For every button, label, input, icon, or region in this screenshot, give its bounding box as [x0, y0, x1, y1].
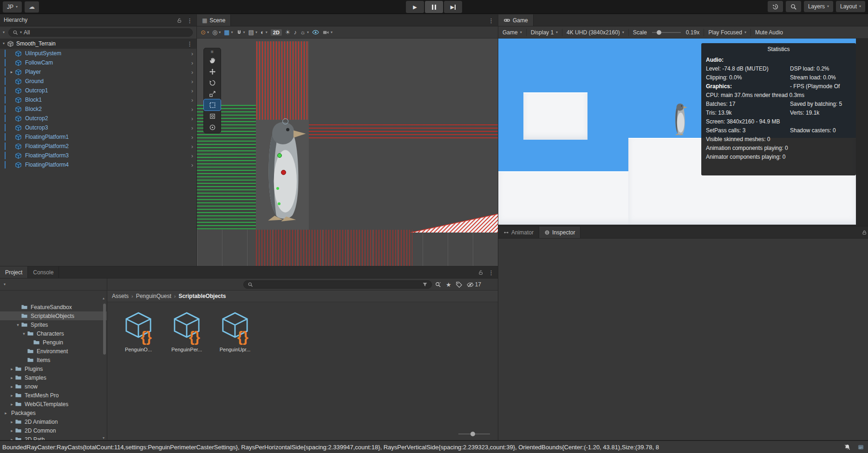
- layout-dropdown[interactable]: Layout ▾: [836, 1, 865, 12]
- tab-animator[interactable]: Animator: [498, 226, 539, 238]
- breadcrumb-assets[interactable]: Assets: [112, 293, 129, 299]
- tree-item-penguin[interactable]: Penguin: [0, 338, 107, 347]
- hierarchy-item-floatingplatform3[interactable]: FloatingPlatform3›: [0, 151, 196, 160]
- asset-tile[interactable]: {}PenguinUpr...: [215, 310, 255, 352]
- unlock-icon[interactable]: [176, 18, 182, 23]
- tab-inspector[interactable]: Inspector: [539, 226, 581, 238]
- project-content-area[interactable]: {}PenguinO...{}PenguinPer...{}PenguinUpr…: [107, 302, 498, 440]
- open-prefab-chevron[interactable]: ›: [191, 59, 193, 66]
- scrollbar-thumb[interactable]: [103, 304, 106, 355]
- project-search-input[interactable]: [243, 280, 432, 289]
- tree-item-2d-common[interactable]: ▸2D Common: [0, 426, 107, 435]
- draw-mode-dropdown[interactable]: ◐▾: [261, 29, 268, 35]
- tool-settings-dropdown[interactable]: ⊙▾: [201, 29, 209, 35]
- transform-tool[interactable]: [204, 110, 221, 122]
- rotate-tool[interactable]: [204, 77, 221, 88]
- scene-viewport[interactable]: ≡: [197, 39, 498, 266]
- hierarchy-item-player[interactable]: ▸Player›: [0, 67, 196, 77]
- open-prefab-chevron[interactable]: ›: [191, 124, 193, 131]
- tree-expand-arrow[interactable]: ▸: [9, 384, 15, 389]
- breadcrumb-current[interactable]: ScriptableObjects: [178, 293, 226, 299]
- open-prefab-chevron[interactable]: ›: [191, 143, 193, 150]
- asset-tile[interactable]: {}PenguinPer...: [167, 310, 207, 352]
- asset-tile[interactable]: {}PenguinO...: [118, 310, 158, 352]
- search-by-type-icon[interactable]: [435, 281, 442, 288]
- open-prefab-chevron[interactable]: ›: [191, 134, 193, 141]
- 2d-mode-toggle[interactable]: 2D: [271, 29, 282, 36]
- scroll-down-arrow[interactable]: ▾: [103, 436, 104, 440]
- open-prefab-chevron[interactable]: ›: [191, 69, 193, 76]
- hierarchy-item-floatingplatform4[interactable]: FloatingPlatform4›: [0, 160, 196, 169]
- mute-audio-toggle[interactable]: Mute Audio: [751, 26, 787, 38]
- hierarchy-search-input[interactable]: ▾ All: [8, 28, 193, 37]
- custom-tools[interactable]: [204, 122, 221, 133]
- play-focused-dropdown[interactable]: Play Focused▾: [704, 26, 751, 38]
- game-viewport[interactable]: Statistics Audio:Level: -74.8 dB (MUTED)…: [498, 39, 856, 225]
- favorites-star-icon[interactable]: ★: [446, 282, 451, 288]
- grid-visibility-dropdown[interactable]: ▦▾: [224, 29, 233, 35]
- pivot-mode-dropdown[interactable]: ◎▾: [212, 29, 221, 35]
- tree-expand-arrow[interactable]: ▸: [9, 367, 15, 371]
- hierarchy-item-floatingplatform1[interactable]: FloatingPlatform1›: [0, 132, 196, 142]
- collapse-arrow-icon[interactable]: ▾: [3, 42, 5, 45]
- open-prefab-chevron[interactable]: ›: [191, 50, 193, 57]
- open-prefab-chevron[interactable]: ›: [191, 87, 193, 94]
- account-button[interactable]: JP ▾: [3, 1, 22, 13]
- aspect-ratio-dropdown[interactable]: 4K UHD (3840x2160)▾: [562, 26, 628, 38]
- hierarchy-item-outcrop1[interactable]: Outcrop1›: [0, 86, 196, 95]
- tree-expand-arrow[interactable]: ▸: [9, 375, 15, 380]
- project-tree-scrollbar[interactable]: ▴ ▾: [103, 303, 106, 440]
- tree-item-snow[interactable]: ▸snow: [0, 382, 107, 391]
- scale-slider[interactable]: [651, 26, 682, 38]
- tree-item-plugins[interactable]: ▸Plugins: [0, 364, 107, 373]
- tree-expand-arrow[interactable]: ▸: [9, 428, 15, 433]
- tree-item-characters[interactable]: ▾Characters: [0, 329, 107, 338]
- open-prefab-chevron[interactable]: ›: [191, 115, 193, 122]
- lock-icon[interactable]: [861, 230, 867, 235]
- open-prefab-chevron[interactable]: ›: [191, 152, 193, 159]
- game-display-mode-dropdown[interactable]: Game▾: [498, 26, 526, 38]
- scene-visibility-toggle[interactable]: [312, 29, 319, 36]
- scale-tool[interactable]: [204, 88, 221, 99]
- tab-console[interactable]: Console: [28, 266, 59, 278]
- hidden-items-counter[interactable]: 17: [467, 281, 481, 288]
- panel-menu-icon[interactable]: ⋮: [485, 269, 497, 276]
- pause-button[interactable]: [425, 1, 443, 13]
- open-prefab-chevron[interactable]: ›: [191, 97, 193, 104]
- tree-item-sprites[interactable]: ▾Sprites: [0, 320, 107, 329]
- hierarchy-item-ground[interactable]: Ground›: [0, 77, 196, 86]
- layers-dropdown[interactable]: Layers ▾: [804, 1, 833, 12]
- scene-lighting-toggle[interactable]: ☀: [285, 29, 291, 35]
- search-filter-icon[interactable]: [422, 282, 428, 287]
- label-tag-icon[interactable]: [456, 281, 463, 288]
- hierarchy-item-block2[interactable]: Block2›: [0, 104, 196, 114]
- slider-thumb[interactable]: [470, 432, 475, 436]
- palette-drag-handle[interactable]: ≡: [204, 48, 221, 55]
- tree-expand-arrow[interactable]: ▸: [9, 393, 15, 398]
- tree-item-environment[interactable]: Environment: [0, 347, 107, 356]
- tab-project[interactable]: Project: [0, 266, 28, 278]
- hierarchy-item-block1[interactable]: Block1›: [0, 95, 196, 104]
- tree-item-textmesh-pro[interactable]: ▸TextMesh Pro: [0, 391, 107, 400]
- tab-game[interactable]: Game: [498, 14, 534, 26]
- open-prefab-chevron[interactable]: ›: [191, 78, 193, 85]
- scene-audio-toggle[interactable]: ♪: [294, 29, 297, 35]
- thumbnail-size-slider[interactable]: [458, 432, 490, 436]
- console-status-message[interactable]: BoundedRayCaster:RayCasts{totalCount:114…: [2, 444, 829, 451]
- tab-scene[interactable]: ▦ Scene: [197, 14, 231, 26]
- tree-item-2d-path[interactable]: ▸2D Path: [0, 435, 107, 440]
- move-tool[interactable]: [204, 66, 221, 77]
- display-selector-dropdown[interactable]: Display 1▾: [527, 26, 562, 38]
- grid-snapping-dropdown[interactable]: ▤▾: [248, 29, 257, 35]
- rect-tool[interactable]: [204, 99, 221, 110]
- cloud-services-status-icon[interactable]: [857, 444, 864, 451]
- tree-expand-arrow[interactable]: ▸: [3, 411, 9, 415]
- panel-menu-icon[interactable]: ⋮: [485, 17, 497, 24]
- scene-menu-icon[interactable]: ⋮: [184, 40, 196, 47]
- create-menu-caret[interactable]: ▾: [4, 283, 6, 286]
- hierarchy-options-caret[interactable]: ▾: [3, 31, 5, 34]
- undo-history-button[interactable]: [768, 1, 783, 12]
- tree-item-samples[interactable]: ▸Samples: [0, 373, 107, 382]
- tree-item-packages[interactable]: ▸Packages: [0, 408, 107, 417]
- snap-settings-dropdown[interactable]: ▾: [236, 30, 245, 35]
